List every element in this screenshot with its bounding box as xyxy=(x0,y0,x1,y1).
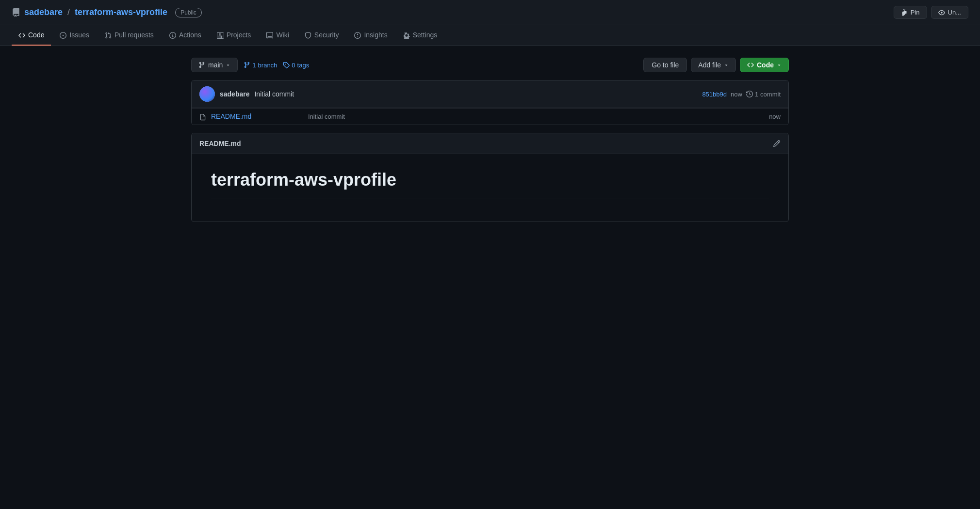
readme-divider xyxy=(211,198,769,198)
commit-count-label: commit xyxy=(760,91,781,98)
branch-label: branch xyxy=(258,62,278,69)
branch-selector[interactable]: main xyxy=(191,58,238,72)
code-button[interactable]: Code xyxy=(740,58,789,72)
branch-name: main xyxy=(208,61,223,69)
pin-button[interactable]: Pin xyxy=(894,6,927,19)
tab-wiki-label: Wiki xyxy=(276,31,289,39)
file-time: now xyxy=(769,113,781,120)
toolbar-left: main 1 branch 0 tags xyxy=(191,58,309,72)
readme-edit-icon[interactable] xyxy=(773,139,781,148)
repo-nav: Code Issues Pull requests Actions Projec… xyxy=(0,25,980,46)
tab-settings[interactable]: Settings xyxy=(396,25,444,46)
tab-pull-requests-label: Pull requests xyxy=(114,31,154,39)
readme-filename: README.md xyxy=(199,140,241,147)
tab-actions[interactable]: Actions xyxy=(163,25,208,46)
repo-owner-link[interactable]: sadebare xyxy=(24,7,63,17)
file-row: README.md Initial commit now xyxy=(192,108,788,124)
issues-tab-icon xyxy=(60,31,66,39)
tab-security[interactable]: Security xyxy=(298,25,346,46)
tab-security-label: Security xyxy=(314,31,339,39)
code-button-label: Code xyxy=(757,61,774,69)
tab-projects-label: Projects xyxy=(227,31,251,39)
file-icon xyxy=(199,112,206,120)
commit-hash-link[interactable]: 851bb9d xyxy=(702,91,727,98)
insights-tab-icon xyxy=(354,31,361,39)
tab-projects[interactable]: Projects xyxy=(210,25,258,46)
top-bar: sadebare / terraform-aws-vprofile Public… xyxy=(0,0,980,25)
readme-body: terraform-aws-vprofile xyxy=(192,154,788,222)
commit-header: sadebare Initial commit 851bb9d now 1 co… xyxy=(192,80,788,108)
commit-header-left: sadebare Initial commit xyxy=(199,86,294,102)
readme-title: terraform-aws-vprofile xyxy=(211,170,769,190)
commit-count: 1 xyxy=(755,91,758,98)
projects-tab-icon xyxy=(217,31,224,39)
avatar xyxy=(199,86,215,102)
actions-tab-icon xyxy=(169,31,176,39)
readme-header: README.md xyxy=(192,133,788,154)
security-tab-icon xyxy=(305,31,311,39)
repo-name-link[interactable]: terraform-aws-vprofile xyxy=(75,7,167,17)
tab-pull-requests[interactable]: Pull requests xyxy=(98,25,161,46)
branch-count: 1 xyxy=(252,62,256,69)
tab-issues-label: Issues xyxy=(69,31,89,39)
tab-wiki[interactable]: Wiki xyxy=(260,25,295,46)
file-name-link[interactable]: README.md xyxy=(211,112,308,120)
pin-label: Pin xyxy=(911,9,920,16)
tag-count-link[interactable]: 0 tags xyxy=(283,62,309,69)
repo-header-left: sadebare / terraform-aws-vprofile Public xyxy=(12,7,202,17)
tag-label: tags xyxy=(297,62,310,69)
tab-issues[interactable]: Issues xyxy=(53,25,96,46)
readme-section: README.md terraform-aws-vprofile xyxy=(191,133,789,222)
avatar-image xyxy=(199,86,215,102)
pull-requests-tab-icon xyxy=(105,31,112,39)
tab-settings-label: Settings xyxy=(413,31,438,39)
unwatch-label: Un... xyxy=(948,9,961,16)
add-file-label: Add file xyxy=(698,61,721,69)
toolbar-right: Go to file Add file Code xyxy=(643,58,789,72)
wiki-tab-icon xyxy=(266,31,273,39)
tab-actions-label: Actions xyxy=(179,31,201,39)
tab-insights-label: Insights xyxy=(364,31,387,39)
repo-separator: / xyxy=(67,7,70,17)
repo-icon xyxy=(12,7,20,17)
repo-toolbar: main 1 branch 0 tags Go to file Add file xyxy=(191,58,789,72)
main-content: main 1 branch 0 tags Go to file Add file xyxy=(180,46,800,233)
commit-count-link[interactable]: 1 commit xyxy=(746,91,781,98)
goto-file-button[interactable]: Go to file xyxy=(643,58,687,72)
goto-file-label: Go to file xyxy=(652,61,679,69)
commit-header-right: 851bb9d now 1 commit xyxy=(702,91,781,98)
file-table: sadebare Initial commit 851bb9d now 1 co… xyxy=(191,80,789,125)
commit-author: sadebare xyxy=(220,90,249,98)
commit-message: Initial commit xyxy=(254,90,294,98)
commit-time: now xyxy=(731,91,742,98)
tab-insights[interactable]: Insights xyxy=(347,25,394,46)
unwatch-button[interactable]: Un... xyxy=(931,6,968,19)
branch-count-link[interactable]: 1 branch xyxy=(244,62,277,69)
add-file-button[interactable]: Add file xyxy=(691,58,736,72)
settings-tab-icon xyxy=(403,31,410,39)
tag-count: 0 xyxy=(292,62,295,69)
repo-visibility-badge: Public xyxy=(175,8,202,17)
file-commit-msg: Initial commit xyxy=(308,113,769,120)
top-bar-actions: Pin Un... xyxy=(894,6,968,19)
code-tab-icon xyxy=(18,31,25,39)
tab-code-label: Code xyxy=(28,31,44,39)
tab-code[interactable]: Code xyxy=(12,25,51,46)
